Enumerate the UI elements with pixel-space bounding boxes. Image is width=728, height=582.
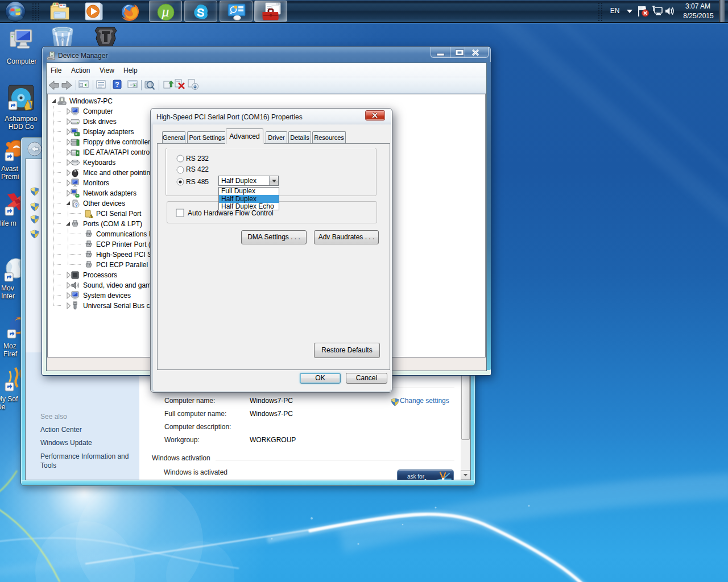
svg-text:µ: µ [162, 3, 170, 20]
svg-text:?: ? [115, 81, 119, 89]
